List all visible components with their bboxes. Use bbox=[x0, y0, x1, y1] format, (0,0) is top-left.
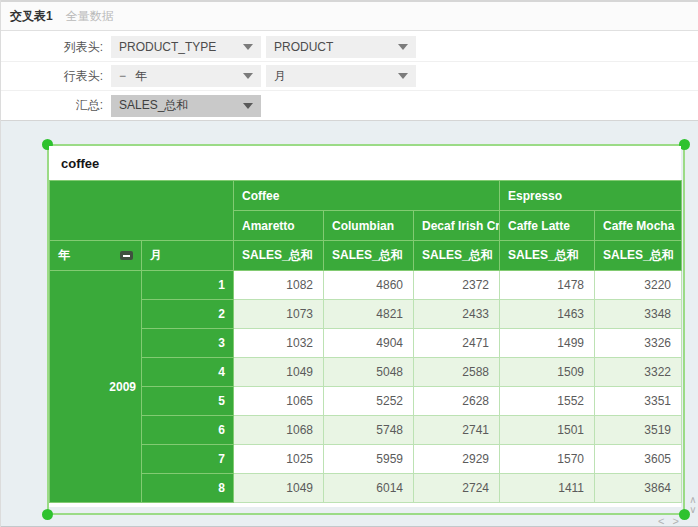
product-value: PRODUCT bbox=[274, 40, 333, 54]
data-cell: 4860 bbox=[324, 271, 414, 300]
resize-handle-bottom-left[interactable] bbox=[42, 509, 53, 520]
month-cell: 3 bbox=[142, 329, 234, 358]
scroll-down-icon[interactable]: ∨ bbox=[687, 505, 698, 515]
top-tab-bar: 交叉表1 全量数据 bbox=[1, 0, 698, 31]
data-cell: 6014 bbox=[324, 474, 414, 503]
config-panel: 列表头: PRODUCT_TYPE PRODUCT 行表头: − 年 月 bbox=[1, 33, 698, 120]
collapse-minus-button[interactable] bbox=[120, 251, 133, 260]
data-cell: 1082 bbox=[234, 271, 324, 300]
row-header-label: 行表头: bbox=[1, 68, 111, 85]
summary-dropdown[interactable]: SALES_总和 bbox=[111, 95, 261, 117]
data-cell: 1025 bbox=[234, 445, 324, 474]
column-header-row: 列表头: PRODUCT_TYPE PRODUCT bbox=[1, 33, 698, 62]
data-cell: 1552 bbox=[500, 387, 595, 416]
data-cell: 1478 bbox=[500, 271, 595, 300]
widget-selection-box: coffee Coffee Espresso Amaretto bbox=[47, 144, 685, 515]
group-header-coffee: Coffee bbox=[234, 181, 500, 211]
month-cell: 2 bbox=[142, 300, 234, 329]
data-cell: 2433 bbox=[414, 300, 500, 329]
data-cell: 3348 bbox=[595, 300, 682, 329]
table-row: 3 1032 4904 2471 1499 3326 bbox=[50, 329, 682, 358]
column-header-label: 列表头: bbox=[1, 39, 111, 56]
measure-header: SALES_总和 bbox=[324, 241, 414, 271]
widget-title: coffee bbox=[49, 146, 681, 180]
crosstab-table: Coffee Espresso Amaretto Columbian Decaf… bbox=[49, 180, 682, 503]
summary-row: 汇总: SALES_总和 bbox=[1, 91, 698, 120]
data-cell: 2741 bbox=[414, 416, 500, 445]
year-dropdown[interactable]: − 年 bbox=[111, 65, 261, 87]
horizontal-scroll-hints: < > bbox=[658, 516, 684, 527]
table-row: 2009 1 1082 4860 2372 1478 3220 bbox=[50, 271, 682, 300]
data-cell: 1068 bbox=[234, 416, 324, 445]
data-cell: 3322 bbox=[595, 358, 682, 387]
collapse-minus-icon: − bbox=[119, 69, 126, 83]
month-cell: 8 bbox=[142, 474, 234, 503]
table-row: 5 1065 5252 2628 1552 3351 bbox=[50, 387, 682, 416]
report-canvas: coffee Coffee Espresso Amaretto bbox=[1, 120, 698, 527]
data-cell: 4904 bbox=[324, 329, 414, 358]
data-cell: 1073 bbox=[234, 300, 324, 329]
year-value: 年 bbox=[135, 68, 147, 85]
product-header: Columbian bbox=[324, 211, 414, 241]
month-header-cell: 月 bbox=[142, 241, 234, 271]
month-cell: 6 bbox=[142, 416, 234, 445]
data-cell: 3326 bbox=[595, 329, 682, 358]
product-dropdown[interactable]: PRODUCT bbox=[266, 36, 416, 58]
table-row: 2 1073 4821 2433 1463 3348 bbox=[50, 300, 682, 329]
summary-label: 汇总: bbox=[1, 97, 111, 114]
data-cell: 1032 bbox=[234, 329, 324, 358]
vertical-scroll-hints: ∧ ∨ bbox=[687, 495, 698, 515]
corner-cell bbox=[50, 181, 234, 241]
group-header-espresso: Espresso bbox=[500, 181, 682, 211]
month-cell: 4 bbox=[142, 358, 234, 387]
tab-crosstab[interactable]: 交叉表1 bbox=[10, 8, 53, 25]
data-cell: 1065 bbox=[234, 387, 324, 416]
chevron-down-icon bbox=[243, 103, 253, 109]
data-cell: 5959 bbox=[324, 445, 414, 474]
product-type-value: PRODUCT_TYPE bbox=[119, 40, 216, 54]
data-cell: 2372 bbox=[414, 271, 500, 300]
data-cell: 1049 bbox=[234, 474, 324, 503]
measure-header: SALES_总和 bbox=[414, 241, 500, 271]
month-value: 月 bbox=[274, 68, 286, 85]
data-cell: 3220 bbox=[595, 271, 682, 300]
group-header-row: Coffee Espresso bbox=[50, 181, 682, 211]
data-cell: 3519 bbox=[595, 416, 682, 445]
crosstab-widget[interactable]: coffee Coffee Espresso Amaretto bbox=[49, 146, 681, 507]
year-header-label: 年 bbox=[58, 247, 70, 264]
chevron-down-icon bbox=[398, 44, 408, 50]
data-cell: 1499 bbox=[500, 329, 595, 358]
data-cell: 3864 bbox=[595, 474, 682, 503]
app-window: 交叉表1 全量数据 列表头: PRODUCT_TYPE PRODUCT 行表头:… bbox=[0, 0, 698, 527]
tab-full-data[interactable]: 全量数据 bbox=[66, 8, 114, 25]
year-cell: 2009 bbox=[50, 271, 142, 503]
chevron-down-icon bbox=[243, 44, 253, 50]
data-cell: 2628 bbox=[414, 387, 500, 416]
product-header: Caffe Latte bbox=[500, 211, 595, 241]
data-cell: 1463 bbox=[500, 300, 595, 329]
data-cell: 5048 bbox=[324, 358, 414, 387]
measure-header-row: 年 月 SALES_总和 SALES_总和 SALES_总和 SALES_总和 … bbox=[50, 241, 682, 271]
data-cell: 1411 bbox=[500, 474, 595, 503]
chevron-down-icon bbox=[398, 73, 408, 79]
data-cell: 3605 bbox=[595, 445, 682, 474]
scroll-left-icon[interactable]: < bbox=[658, 515, 664, 527]
product-type-dropdown[interactable]: PRODUCT_TYPE bbox=[111, 36, 261, 58]
table-row: 7 1025 5959 2929 1570 3605 bbox=[50, 445, 682, 474]
measure-header: SALES_总和 bbox=[595, 241, 682, 271]
measure-header: SALES_总和 bbox=[234, 241, 324, 271]
table-row: 6 1068 5748 2741 1501 3519 bbox=[50, 416, 682, 445]
month-cell: 5 bbox=[142, 387, 234, 416]
data-cell: 1509 bbox=[500, 358, 595, 387]
table-row: 8 1049 6014 2724 1411 3864 bbox=[50, 474, 682, 503]
data-cell: 2471 bbox=[414, 329, 500, 358]
month-cell: 1 bbox=[142, 271, 234, 300]
scroll-right-icon[interactable]: > bbox=[673, 515, 679, 527]
data-cell: 2724 bbox=[414, 474, 500, 503]
month-dropdown[interactable]: 月 bbox=[266, 65, 416, 87]
product-header: Caffe Mocha bbox=[595, 211, 682, 241]
data-cell: 1501 bbox=[500, 416, 595, 445]
data-cell: 5748 bbox=[324, 416, 414, 445]
data-cell: 2929 bbox=[414, 445, 500, 474]
summary-value: SALES_总和 bbox=[119, 97, 188, 114]
